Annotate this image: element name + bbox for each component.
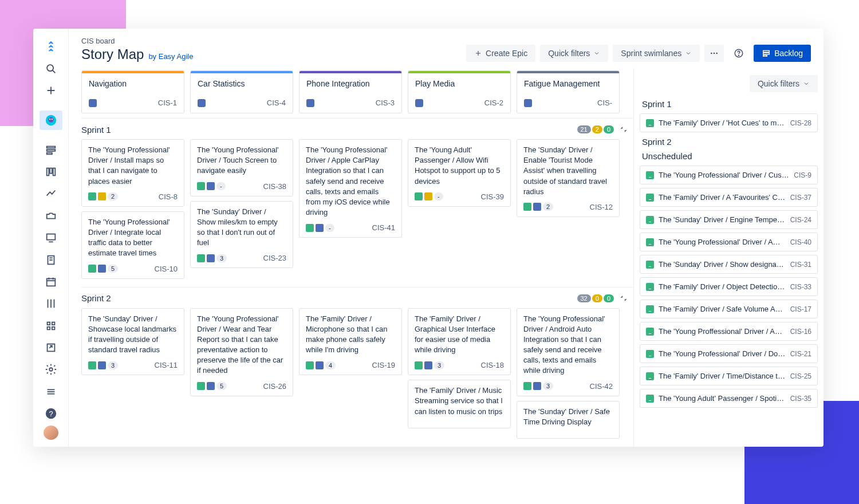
create-icon[interactable]: [40, 81, 62, 100]
panel-item[interactable]: The 'Family' Driver / 'Hot Cues' to make…: [640, 113, 818, 132]
jira-logo-icon[interactable]: [40, 37, 62, 56]
card-key: CIS-41: [372, 223, 395, 232]
story-card[interactable]: The 'Sunday' Driver / Enable 'Tourist Mo…: [517, 139, 620, 217]
panel-item[interactable]: The 'Young Professional' Driver / Custom…: [640, 166, 818, 184]
story-card[interactable]: The 'Sunday' Driver / Show miles/km to e…: [190, 201, 293, 269]
panel-item[interactable]: The 'Family' Driver / Safe Volume Adjus……: [640, 300, 818, 318]
story-card[interactable]: The 'Young Professional' Driver / Touch …: [190, 139, 293, 196]
epic-card[interactable]: Fatigue Management CIS-: [517, 70, 620, 113]
card-badge-icon: [415, 192, 423, 200]
story-card[interactable]: The 'Young Professional' Driver / Apple …: [299, 139, 402, 238]
search-icon[interactable]: [40, 58, 62, 78]
story-card[interactable]: The 'Family' Driver / Microphone so that…: [299, 308, 402, 376]
sprint-header: Sprint 2 32 0 0: [81, 288, 633, 308]
panel-item[interactable]: The 'Young Professional' Driver / Amaz… …: [640, 233, 818, 251]
panel-item-text: The 'Young Professional' Driver / Custom…: [659, 171, 789, 179]
card-badge-icon: [424, 361, 432, 369]
svg-point-42: [716, 53, 718, 54]
calendar-nav-icon[interactable]: [40, 272, 62, 292]
panel-quick-filters-label: Quick filters: [758, 79, 799, 88]
epic-card[interactable]: Play Media CIS-2: [408, 70, 511, 113]
story-icon: [646, 350, 654, 358]
epic-card[interactable]: Phone Integration CIS-3: [299, 70, 402, 113]
card-text: The 'Family' Driver / Microphone so that…: [306, 314, 395, 356]
card-badge-icon: [207, 254, 215, 262]
card-badge-icon: [88, 192, 96, 200]
app-icon[interactable]: [40, 111, 62, 130]
settings-nav-icon[interactable]: [40, 360, 62, 379]
releases-nav-icon[interactable]: [40, 206, 62, 226]
panel-item[interactable]: The 'Young Adult' Passenger / Spotify In…: [640, 389, 818, 408]
svg-rect-14: [46, 234, 55, 240]
panel-item[interactable]: The 'Young Professional' Driver / Do No……: [640, 344, 818, 363]
panel-item[interactable]: The 'Young Proffessional' Driver / Aux C…: [640, 322, 818, 341]
panel-item-key: CIS-33: [790, 283, 811, 291]
by-line[interactable]: by Easy Agile: [148, 52, 193, 61]
collapse-icon[interactable]: [617, 123, 630, 136]
menu-nav-icon[interactable]: [40, 381, 62, 401]
card-key: CIS-12: [590, 203, 613, 211]
svg-rect-13: [53, 168, 55, 176]
help-nav-icon[interactable]: ?: [40, 404, 62, 423]
story-icon: [646, 328, 654, 336]
panel-item[interactable]: The 'Sunday' Driver / Show designated '……: [640, 255, 818, 274]
panel-item[interactable]: The 'Family' Driver / Time/Distance to m…: [640, 367, 818, 385]
screen-nav-icon[interactable]: [40, 228, 62, 247]
card-badge-icon: [197, 182, 205, 190]
panel-item[interactable]: The 'Family' Driver / A 'Favourites' Con…: [640, 188, 818, 207]
card-estimate: -: [434, 192, 443, 200]
help-button[interactable]: [728, 44, 749, 62]
card-text: The 'Sunday' Driver / Safe Time Driving …: [523, 407, 613, 427]
sprint-row: The 'Young Professional' Driver / Instal…: [81, 139, 633, 287]
collapse-icon[interactable]: [617, 292, 630, 305]
story-card[interactable]: The 'Young Professional' Driver / Androi…: [517, 308, 620, 396]
svg-rect-12: [50, 168, 52, 174]
pages-nav-icon[interactable]: [40, 250, 62, 269]
svg-rect-29: [52, 326, 54, 329]
card-key: CIS-8: [159, 192, 178, 201]
swimlanes-button[interactable]: Sprint swimlanes: [613, 45, 700, 62]
sprint-count-yellow: 0: [592, 294, 602, 302]
story-card[interactable]: The 'Family' Driver / Graphical User Int…: [408, 308, 511, 376]
sprint-count-green: 0: [604, 125, 614, 133]
board-nav-icon[interactable]: [40, 162, 62, 182]
story-card[interactable]: The 'Young Professional' Driver / Wear a…: [190, 308, 293, 396]
more-actions-button[interactable]: [704, 45, 724, 62]
story-card[interactable]: The 'Sunday' Driver / Safe Time Driving …: [517, 401, 620, 439]
svg-rect-9: [46, 149, 55, 151]
story-card[interactable]: The 'Sunday' Driver / Showcase local lan…: [81, 308, 184, 376]
shortcut-nav-icon[interactable]: [40, 338, 62, 357]
epic-key: CIS-: [597, 99, 612, 107]
page-title: Story Map: [81, 46, 144, 62]
card-badge-icon: [306, 361, 314, 369]
story-card[interactable]: The 'Young Professional' Driver / Instal…: [81, 139, 184, 207]
backlog-button[interactable]: Backlog: [754, 45, 811, 62]
panel-quick-filters-button[interactable]: Quick filters: [750, 75, 818, 92]
panel-item-text: The 'Young Adult' Passenger / Spotify In…: [659, 394, 786, 403]
roadmap-nav-icon[interactable]: [40, 294, 62, 313]
story-card[interactable]: The 'Young Professional' Driver / Integr…: [81, 211, 184, 279]
card-text: The 'Sunday' Driver / Enable 'Tourist Mo…: [523, 145, 613, 197]
backlog-nav-icon[interactable]: [40, 140, 62, 160]
panel-item-text: The 'Sunday' Driver / Engine Temperatu…: [659, 215, 786, 224]
help-icon: [734, 48, 744, 58]
story-card[interactable]: The 'Young Adult' Passenger / Allow Wifi…: [408, 139, 511, 207]
panel-item-key: CIS-37: [790, 194, 811, 202]
panel-item[interactable]: The 'Family' Driver / Object Detection f…: [640, 277, 818, 296]
reports-nav-icon[interactable]: [40, 184, 62, 203]
panel-item[interactable]: The 'Sunday' Driver / Engine Temperatu… …: [640, 210, 818, 229]
card-estimate: 5: [108, 265, 118, 273]
card-estimate: 4: [325, 361, 336, 369]
panel-item-key: CIS-31: [790, 261, 811, 269]
breadcrumb[interactable]: CIS board: [81, 37, 466, 45]
epic-card[interactable]: Car Statistics CIS-4: [190, 70, 293, 113]
epic-card[interactable]: Navigation CIS-1: [81, 70, 184, 113]
create-epic-button[interactable]: Create Epic: [466, 45, 535, 62]
user-avatar[interactable]: [44, 426, 58, 440]
svg-point-41: [714, 53, 715, 54]
card-text: The 'Sunday' Driver / Showcase local lan…: [88, 314, 178, 356]
components-nav-icon[interactable]: [40, 316, 62, 335]
backlog-icon: [762, 49, 771, 58]
story-card[interactable]: The 'Family' Driver / Music Streaming se…: [408, 380, 511, 428]
quick-filters-button[interactable]: Quick filters: [540, 45, 608, 62]
